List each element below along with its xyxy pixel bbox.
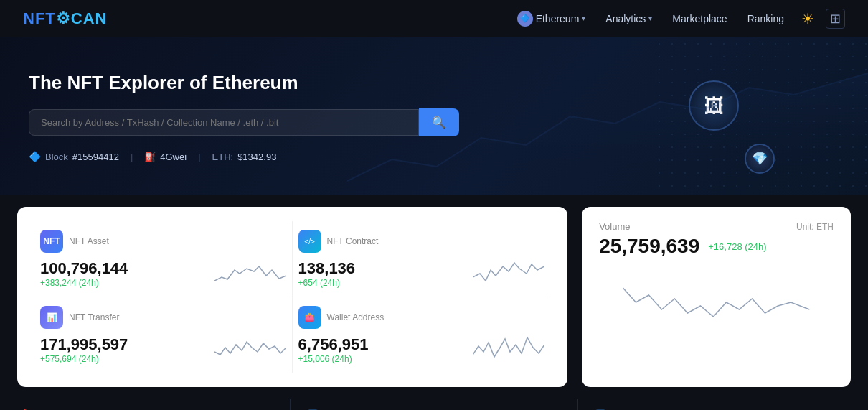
nft-asset-label: NFT Asset xyxy=(69,236,109,246)
nft-contract-value: 138,136 xyxy=(298,259,356,278)
analytics-label: Analytics xyxy=(605,13,646,24)
stat-wallet-address: 👛 Wallet Address 6,756,951 +15,006 (24h) xyxy=(293,297,551,373)
hero-info: 🔷 Block #15594412 | ⛽ 4Gwei | ETH: $1342… xyxy=(29,151,839,162)
logo[interactable]: NFT⚙CAN xyxy=(23,9,107,28)
gas-icon: ⛽ xyxy=(144,152,156,162)
nft-transfer-value: 171,995,597 xyxy=(40,335,128,354)
navbar: NFT⚙CAN 🔷 Ethereum ▾ Analytics ▾ Marketp… xyxy=(0,0,868,37)
hero-section: 🖼 💎 The NFT Explorer of Ethereum 🔍 🔷 Blo… xyxy=(0,37,868,195)
nft-asset-value: 100,796,144 xyxy=(40,259,128,278)
volume-value: 25,759,639 xyxy=(599,235,699,258)
stats-section: NFT NFT Asset 100,796,144 +383,244 (24h)… xyxy=(0,195,868,399)
nft-contract-label: NFT Contract xyxy=(327,236,379,246)
network-caret: ▾ xyxy=(582,14,585,22)
logo-scan: CAN xyxy=(71,9,108,27)
top-mints-col: 🟢 Top Mints 15m | More > 1 🏷 0xd21cecf46… xyxy=(290,399,577,410)
network-selector[interactable]: 🔷 Ethereum ▾ xyxy=(517,11,586,27)
nft-contract-change: +654 (24h) xyxy=(298,278,356,288)
volume-change: +16,728 (24h) xyxy=(708,241,766,252)
stat-nft-asset: NFT NFT Asset 100,796,144 +383,244 (24h) xyxy=(34,221,293,297)
eth-value: $1342.93 xyxy=(237,152,276,162)
block-label: Block xyxy=(45,152,68,162)
wallet-address-change: +15,006 (24h) xyxy=(298,354,369,364)
hero-title: The NFT Explorer of Ethereum xyxy=(29,72,839,94)
volume-value-row: 25,759,639 +16,728 (24h) xyxy=(599,235,834,258)
analytics-caret: ▾ xyxy=(648,14,652,22)
divider-1: | xyxy=(131,152,133,162)
search-bar: 🔍 xyxy=(29,108,459,136)
stats-card-right: Volume Unit: ETH 25,759,639 +16,728 (24h… xyxy=(582,207,851,387)
volume-unit: Unit: ETH xyxy=(796,222,834,232)
stats-card-left: NFT NFT Asset 100,796,144 +383,244 (24h)… xyxy=(17,207,567,387)
volume-ranking-col: 🔥 Volume Ranking 15m | More > 1 🎨 Crypto… xyxy=(17,399,290,410)
eth-price-info: ETH: $1342.93 xyxy=(212,152,277,162)
analytics-link[interactable]: Analytics ▾ xyxy=(605,13,652,24)
wallet-address-label: Wallet Address xyxy=(327,312,385,322)
gas-value: 4Gwei xyxy=(160,152,187,162)
nft-transfer-icon: 📊 xyxy=(40,306,63,329)
nft-asset-change: +383,244 (24h) xyxy=(40,278,128,288)
nft-contract-chart xyxy=(473,256,544,288)
search-button[interactable]: 🔍 xyxy=(419,108,459,136)
wallet-address-value: 6,756,951 xyxy=(298,335,369,354)
eth-label: ETH: xyxy=(212,152,234,162)
ranking-link[interactable]: Ranking xyxy=(747,13,784,24)
marketplace-label: Marketplace xyxy=(672,13,727,24)
nft-contract-icon: </> xyxy=(298,230,321,253)
logo-nft: NFT xyxy=(23,9,56,27)
nft-asset-chart xyxy=(214,256,286,288)
block-info: 🔷 Block #15594412 xyxy=(29,151,119,162)
stat-nft-transfer: 📊 NFT Transfer 171,995,597 +575,694 (24h… xyxy=(34,297,293,373)
nav-actions: ☀ ⊞ xyxy=(801,9,845,29)
theme-toggle[interactable]: ☀ xyxy=(801,10,814,27)
volume-label: Volume xyxy=(599,221,630,232)
nav-links: 🔷 Ethereum ▾ Analytics ▾ Marketplace Ran… xyxy=(517,11,784,27)
network-label: Ethereum xyxy=(536,13,580,24)
wallet-address-chart xyxy=(473,332,544,364)
marketplace-link[interactable]: Marketplace xyxy=(672,13,727,24)
bottom-section: 🔥 Volume Ranking 15m | More > 1 🎨 Crypto… xyxy=(0,399,868,410)
divider-2: | xyxy=(198,152,200,162)
volume-header: Volume Unit: ETH xyxy=(599,221,834,232)
nft-transfer-chart xyxy=(214,332,286,364)
gas-info: ⛽ 4Gwei xyxy=(144,152,187,162)
nft-transfer-change: +575,694 (24h) xyxy=(40,354,128,364)
search-input[interactable] xyxy=(29,109,419,136)
eth-icon: 🔷 xyxy=(517,11,533,27)
wallet-address-icon: 👛 xyxy=(298,306,321,329)
nft-asset-icon: NFT xyxy=(40,230,63,253)
eth-network-icon: 🔷 xyxy=(29,151,41,162)
nft-transfer-label: NFT Transfer xyxy=(69,312,119,322)
top-marketplace-col: 📈 Top Marketplace 15m | More > 1 👁 Looks… xyxy=(577,399,851,410)
grid-icon[interactable]: ⊞ xyxy=(826,9,845,29)
volume-chart xyxy=(599,266,834,331)
block-value: #15594412 xyxy=(72,152,119,162)
ranking-label: Ranking xyxy=(747,13,784,24)
stat-nft-contract: </> NFT Contract 138,136 +654 (24h) xyxy=(293,221,551,297)
